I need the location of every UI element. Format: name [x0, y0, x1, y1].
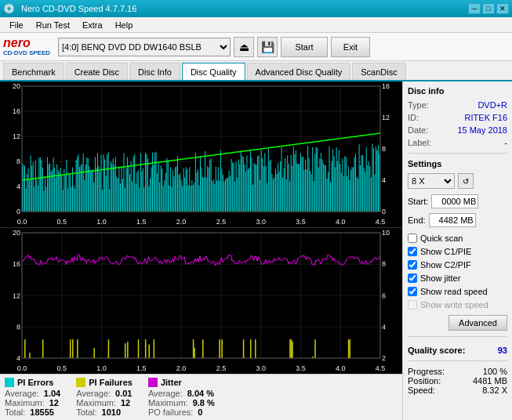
progress-section: Progress: 100 % Position: 4481 MB Speed:…: [408, 367, 507, 395]
tab-advanced-disc-quality[interactable]: Advanced Disc Quality: [247, 63, 351, 80]
logo: nero CD·DVD SPEED: [3, 37, 50, 56]
jitter-label: Jitter: [161, 378, 182, 387]
position-row: Position: 4481 MB: [408, 376, 507, 386]
disc-label-label: Label:: [408, 138, 431, 147]
main-content: PI Errors Average: 1.04 Maximum: 12 Tota…: [0, 81, 512, 420]
tab-benchmark[interactable]: Benchmark: [3, 63, 64, 80]
tab-disc-info[interactable]: Disc Info: [129, 63, 180, 80]
disc-date-row: Date: 15 May 2018: [408, 125, 507, 135]
show-read-speed-row: Show read speed: [408, 287, 507, 296]
divider-3: [408, 360, 507, 361]
disc-type-row: Type: DVD+R: [408, 100, 507, 110]
speed-label: Speed:: [408, 386, 435, 395]
show-read-speed-checkbox[interactable]: [408, 287, 417, 296]
show-c1-checkbox[interactable]: [408, 247, 417, 256]
maximize-button[interactable]: □: [482, 3, 495, 14]
pi-failures-max-label: Maximum:: [76, 398, 116, 407]
menu-extra[interactable]: Extra: [76, 19, 109, 31]
pi-failures-total-label: Total:: [76, 407, 96, 417]
pi-errors-avg-value: 1.04: [44, 389, 60, 398]
menu-help[interactable]: Help: [109, 19, 140, 31]
disc-info-title: Disc info: [408, 86, 507, 96]
eject-button[interactable]: ⏏: [234, 37, 254, 57]
app-icon: 💿: [3, 3, 15, 14]
quick-scan-checkbox[interactable]: [408, 234, 417, 243]
show-c1-label: Show C1/PIE: [420, 247, 471, 256]
pi-errors-max-label: Maximum:: [5, 398, 45, 407]
disc-date-value: 15 May 2018: [457, 125, 507, 135]
end-mb-row: End:: [408, 213, 507, 227]
start-button[interactable]: Start: [281, 37, 328, 57]
speed-select[interactable]: 8 X: [408, 173, 455, 189]
quick-scan-label: Quick scan: [420, 234, 463, 243]
speed-row: 8 X ↺: [408, 173, 507, 189]
jitter-stats: Jitter Average: 8.04 % Maximum: 9.8 % PO…: [148, 378, 215, 417]
start-mb-input[interactable]: [431, 194, 478, 208]
show-c2-row: Show C2/PIF: [408, 260, 507, 270]
progress-value: 100 %: [483, 367, 507, 376]
window-title: Nero CD-DVD Speed 4.7.7.16: [18, 4, 467, 13]
refresh-button[interactable]: ↺: [458, 173, 474, 189]
menu-file[interactable]: File: [3, 19, 30, 31]
drive-select[interactable]: [4:0] BENQ DVD DD DW1640 BSLB: [58, 38, 231, 56]
advanced-button[interactable]: Advanced: [448, 315, 507, 331]
show-jitter-checkbox[interactable]: [408, 273, 417, 283]
minimize-button[interactable]: ─: [468, 3, 481, 14]
show-write-speed-row: Show write speed: [408, 300, 507, 310]
disc-id-label: ID:: [408, 113, 419, 122]
pi-failures-avg-label: Average:: [76, 389, 111, 398]
tab-disc-quality[interactable]: Disc Quality: [182, 63, 245, 80]
disc-date-label: Date:: [408, 125, 428, 135]
divider-2: [408, 336, 507, 337]
po-failures-label: PO failures:: [148, 407, 193, 417]
pi-errors-label: PI Errors: [17, 378, 53, 387]
show-jitter-row: Show jitter: [408, 273, 507, 283]
pi-failures-stats: PI Failures Average: 0.01 Maximum: 12 To…: [76, 378, 133, 417]
pi-errors-color: [5, 378, 14, 387]
save-button[interactable]: 💾: [257, 37, 278, 57]
progress-row: Progress: 100 %: [408, 367, 507, 376]
show-c2-checkbox[interactable]: [408, 260, 417, 270]
po-failures-value: 0: [198, 407, 202, 417]
menu-run-test[interactable]: Run Test: [30, 19, 76, 31]
divider-1: [408, 153, 507, 154]
end-mb-input[interactable]: [429, 213, 476, 227]
pi-errors-chart: [0, 81, 402, 227]
quick-scan-row: Quick scan: [408, 234, 507, 243]
settings-title: Settings: [408, 159, 507, 168]
quality-value: 93: [498, 346, 507, 355]
pi-failures-max-value: 12: [121, 398, 130, 407]
exit-button[interactable]: Exit: [331, 37, 370, 57]
logo-sub: CD·DVD SPEED: [3, 49, 50, 56]
tab-scandisc[interactable]: ScanDisc: [352, 63, 405, 80]
show-c2-label: Show C2/PIF: [420, 260, 471, 270]
disc-label-row: Label: -: [408, 138, 507, 147]
disc-type-label: Type:: [408, 100, 429, 110]
tab-create-disc[interactable]: Create Disc: [66, 63, 128, 80]
titlebar: 💿 Nero CD-DVD Speed 4.7.7.16 ─ □ ✕: [0, 0, 512, 17]
logo-text: nero: [3, 37, 50, 49]
stats-area: PI Errors Average: 1.04 Maximum: 12 Tota…: [0, 374, 402, 420]
jitter-avg-label: Average:: [148, 389, 183, 398]
pi-failures-total-value: 1010: [102, 407, 121, 417]
disc-label-value: -: [504, 138, 507, 147]
quality-label: Quality score:: [408, 346, 465, 355]
start-mb-row: Start:: [408, 194, 507, 208]
speed-row-progress: Speed: 8.32 X: [408, 386, 507, 395]
start-label: Start:: [408, 197, 428, 206]
jitter-max-label: Maximum:: [148, 398, 188, 407]
pi-failures-avg-value: 0.01: [115, 389, 132, 398]
jitter-chart: [0, 228, 402, 374]
show-c1-row: Show C1/PIE: [408, 247, 507, 256]
menubar: File Run Test Extra Help: [0, 17, 512, 33]
close-button[interactable]: ✕: [496, 3, 509, 14]
show-write-speed-checkbox: [408, 300, 417, 310]
quality-score-row: Quality score: 93: [408, 346, 507, 355]
show-jitter-label: Show jitter: [420, 273, 460, 283]
speed-value: 8.32 X: [482, 386, 507, 395]
pi-errors-total-value: 18555: [30, 407, 54, 417]
end-label: End:: [408, 215, 426, 225]
pi-errors-max-value: 12: [49, 398, 59, 407]
jitter-color: [148, 378, 158, 387]
tab-bar: Benchmark Create Disc Disc Info Disc Qua…: [0, 61, 512, 81]
